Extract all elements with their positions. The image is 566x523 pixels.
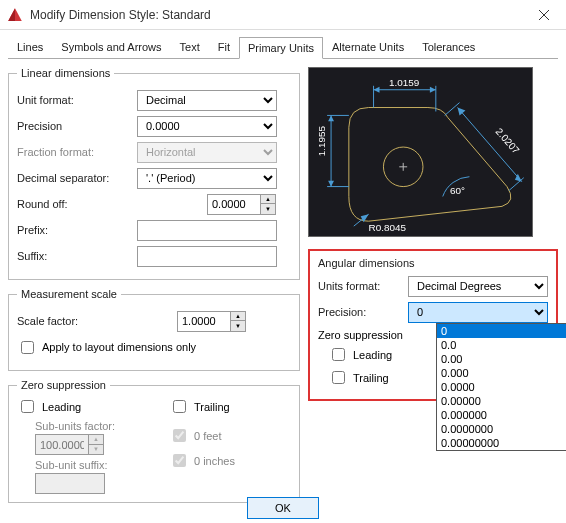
angular-trailing-checkbox[interactable]: Trailing: [328, 368, 389, 387]
angular-precision-option[interactable]: 0.00000: [437, 394, 566, 408]
titlebar: Modify Dimension Style: Standard: [0, 0, 566, 30]
preview-dim-angle: 60°: [450, 185, 465, 196]
tab-fit[interactable]: Fit: [209, 36, 239, 58]
sub-units-factor-input: [36, 435, 88, 454]
tab-alternate-units[interactable]: Alternate Units: [323, 36, 413, 58]
prefix-input[interactable]: [137, 220, 277, 241]
scale-factor-down[interactable]: ▼: [231, 321, 245, 331]
trailing-checkbox[interactable]: Trailing: [169, 397, 230, 416]
angular-units-format-label: Units format:: [318, 280, 408, 292]
angular-precision-option[interactable]: 0.00: [437, 352, 566, 366]
decimal-separator-select[interactable]: '.' (Period): [137, 168, 277, 189]
close-icon: [539, 10, 549, 20]
angular-precision-option[interactable]: 0.0: [437, 338, 566, 352]
app-logo-icon: [6, 6, 24, 24]
decimal-separator-label: Decimal separator:: [17, 172, 137, 184]
ok-button[interactable]: OK: [247, 497, 319, 519]
round-off-spinner[interactable]: ▲ ▼: [207, 194, 276, 215]
scale-factor-spinner[interactable]: ▲ ▼: [177, 311, 246, 332]
sub-units-up: ▲: [89, 435, 103, 445]
unit-format-select[interactable]: Decimal: [137, 90, 277, 111]
angular-precision-option[interactable]: 0.0000000: [437, 422, 566, 436]
tab-tolerances[interactable]: Tolerances: [413, 36, 484, 58]
angular-precision-option[interactable]: 0.000: [437, 366, 566, 380]
angular-precision-select[interactable]: 0: [408, 302, 548, 323]
measurement-scale-legend: Measurement scale: [17, 288, 121, 300]
tab-primary-units[interactable]: Primary Units: [239, 37, 323, 59]
preview-dim-radius: R0.8045: [369, 222, 407, 233]
apply-layout-checkbox-input[interactable]: [21, 341, 34, 354]
angular-units-format-select[interactable]: Decimal Degrees: [408, 276, 548, 297]
preview-dim-top: 1.0159: [389, 77, 420, 88]
angular-dimensions-group: Angular dimensions Units format: Decimal…: [308, 249, 558, 401]
round-off-input[interactable]: [208, 195, 260, 214]
round-off-down[interactable]: ▼: [261, 204, 275, 214]
apply-layout-checkbox[interactable]: Apply to layout dimensions only: [17, 338, 196, 357]
linear-precision-label: Precision: [17, 120, 137, 132]
angular-precision-option[interactable]: 0.0000: [437, 380, 566, 394]
scale-factor-up[interactable]: ▲: [231, 312, 245, 322]
dialog-buttons: OK: [0, 497, 566, 519]
zero-suppression-group: Zero suppression Leading Sub-units facto…: [8, 379, 300, 503]
linear-dimensions-group: Linear dimensions Unit format: Decimal P…: [8, 67, 300, 280]
angular-precision-label: Precision:: [318, 306, 408, 318]
preview-dim-left: 1.1955: [316, 126, 327, 157]
sub-units-down: ▼: [89, 445, 103, 455]
fraction-format-select: Horizontal: [137, 142, 277, 163]
suffix-input[interactable]: [137, 246, 277, 267]
zero-feet-checkbox: 0 feet: [169, 426, 222, 445]
round-off-label: Round off:: [17, 198, 137, 210]
apply-layout-label: Apply to layout dimensions only: [42, 341, 196, 353]
window-title: Modify Dimension Style: Standard: [30, 8, 521, 22]
angular-precision-option[interactable]: 0: [437, 324, 566, 338]
tab-strip: Lines Symbols and Arrows Text Fit Primar…: [0, 30, 566, 58]
linear-dimensions-legend: Linear dimensions: [17, 67, 114, 79]
angular-precision-option[interactable]: 0.00000000: [437, 436, 566, 450]
dimension-preview: 1.0159 1.1955 2.0207 60° R0.8045: [308, 67, 533, 237]
suffix-label: Suffix:: [17, 250, 137, 262]
leading-checkbox[interactable]: Leading: [17, 397, 81, 416]
zero-inches-checkbox: 0 inches: [169, 451, 235, 470]
prefix-label: Prefix:: [17, 224, 137, 236]
tab-text[interactable]: Text: [171, 36, 209, 58]
linear-precision-select[interactable]: 0.0000: [137, 116, 277, 137]
sub-unit-suffix-label: Sub-unit suffix:: [35, 459, 139, 471]
sub-units-factor-label: Sub-units factor:: [35, 420, 115, 432]
close-button[interactable]: [521, 0, 566, 30]
angular-leading-checkbox[interactable]: Leading: [328, 345, 392, 364]
measurement-scale-group: Measurement scale Scale factor: ▲ ▼ Appl…: [8, 288, 300, 371]
sub-unit-suffix-input: [35, 473, 105, 494]
tab-lines[interactable]: Lines: [8, 36, 52, 58]
zero-suppression-legend: Zero suppression: [17, 379, 110, 391]
scale-factor-label: Scale factor:: [17, 315, 177, 327]
svg-rect-2: [309, 68, 531, 236]
sub-units-factor-spinner: ▲ ▼: [35, 434, 104, 455]
angular-precision-option[interactable]: 0.000000: [437, 408, 566, 422]
scale-factor-input[interactable]: [178, 312, 230, 331]
angular-dimensions-header: Angular dimensions: [318, 257, 548, 269]
angular-precision-dropdown[interactable]: 00.00.000.0000.00000.000000.0000000.0000…: [436, 323, 566, 451]
round-off-up[interactable]: ▲: [261, 195, 275, 205]
fraction-format-label: Fraction format:: [17, 146, 137, 158]
tab-symbols-arrows[interactable]: Symbols and Arrows: [52, 36, 170, 58]
unit-format-label: Unit format:: [17, 94, 137, 106]
